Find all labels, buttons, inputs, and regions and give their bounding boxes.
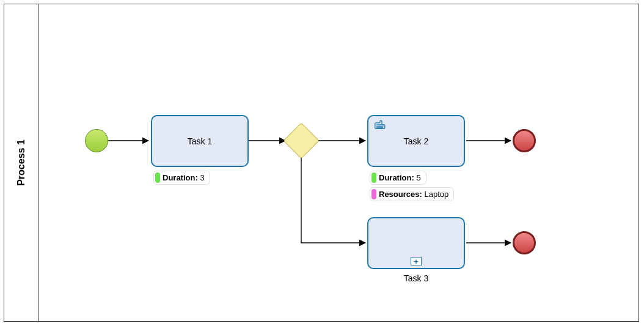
badge-value: 3 xyxy=(200,173,204,182)
sequence-flows xyxy=(38,4,639,321)
subprocess-marker-icon: + xyxy=(411,257,422,265)
end-event-2[interactable] xyxy=(513,231,536,254)
gateway-exclusive[interactable] xyxy=(283,122,319,158)
badge-duration-task1: Duration: 3 xyxy=(153,171,210,185)
task-3[interactable]: + xyxy=(367,217,465,269)
pool-title-bar: Process 1 xyxy=(4,4,38,321)
task-1[interactable]: Task 1 xyxy=(151,115,249,167)
badge-value: Laptop xyxy=(424,190,448,199)
badge-label: Duration: xyxy=(163,173,198,182)
manual-task-icon xyxy=(373,120,386,130)
badge-label: Resources: xyxy=(379,190,422,199)
task-2[interactable]: Task 2 xyxy=(367,115,465,167)
task-3-label: Task 3 xyxy=(367,273,465,283)
end-event-1[interactable] xyxy=(513,129,536,152)
badge-label: Duration: xyxy=(379,173,414,182)
bpmn-lane: Task 1 Duration: 3 Task 2 Duration: 5 R xyxy=(38,4,639,321)
start-event[interactable] xyxy=(85,129,108,152)
badge-value: 5 xyxy=(416,173,420,182)
task-label: Task 2 xyxy=(404,136,428,146)
bpmn-pool: Process 1 Task 1 xyxy=(4,4,639,322)
pool-title: Process 1 xyxy=(16,139,27,186)
task-label: Task 1 xyxy=(188,136,212,146)
badge-resources-task2: Resources: Laptop xyxy=(370,187,454,201)
badge-duration-task2: Duration: 5 xyxy=(370,171,426,185)
